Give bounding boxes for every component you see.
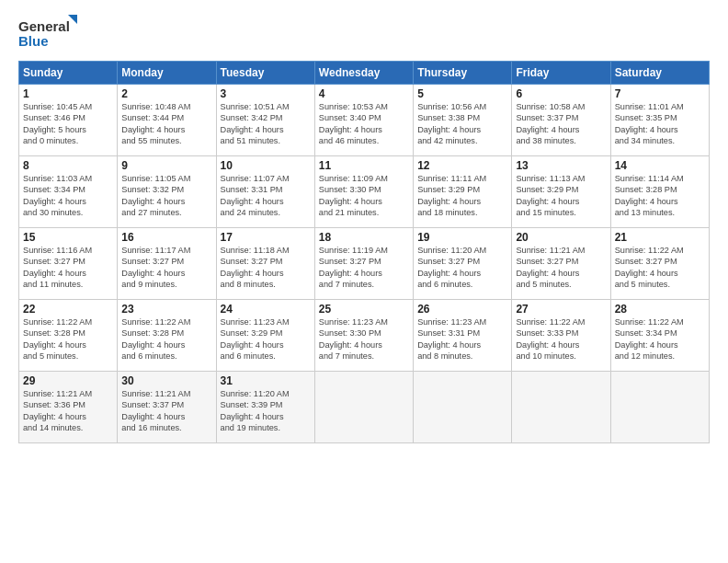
day-number: 25 <box>319 303 409 316</box>
week-row-1: 1Sunrise: 10:45 AMSunset: 3:46 PMDayligh… <box>19 85 710 156</box>
calendar-cell: 5Sunrise: 10:56 AMSunset: 3:38 PMDayligh… <box>414 85 512 156</box>
svg-text:General: General <box>18 18 70 34</box>
day-number: 2 <box>121 87 211 100</box>
calendar-cell <box>610 372 709 443</box>
column-header-thursday: Thursday <box>414 62 512 85</box>
day-info: Sunrise: 11:17 AMSunset: 3:27 PMDaylight… <box>121 245 211 291</box>
week-row-5: 29Sunrise: 11:21 AMSunset: 3:36 PMDaylig… <box>19 372 710 443</box>
calendar-cell: 23Sunrise: 11:22 AMSunset: 3:28 PMDaylig… <box>118 300 216 372</box>
calendar-cell <box>414 372 512 443</box>
day-info: Sunrise: 11:01 AMSunset: 3:35 PMDaylight… <box>615 101 705 147</box>
calendar-cell: 8Sunrise: 11:03 AMSunset: 3:34 PMDayligh… <box>19 156 118 228</box>
day-info: Sunrise: 11:16 AMSunset: 3:27 PMDaylight… <box>23 245 113 291</box>
day-number: 12 <box>417 159 507 172</box>
week-row-3: 15Sunrise: 11:16 AMSunset: 3:27 PMDaylig… <box>19 228 710 300</box>
day-info: Sunrise: 11:22 AMSunset: 3:34 PMDaylight… <box>615 316 705 362</box>
logo: GeneralBlue <box>18 15 83 52</box>
day-info: Sunrise: 11:20 AMSunset: 3:27 PMDaylight… <box>417 245 507 291</box>
day-number: 9 <box>121 159 211 172</box>
day-number: 22 <box>23 303 113 316</box>
day-number: 23 <box>121 303 211 316</box>
calendar-cell: 6Sunrise: 10:58 AMSunset: 3:37 PMDayligh… <box>512 85 610 156</box>
day-number: 15 <box>23 231 113 244</box>
calendar-cell: 4Sunrise: 10:53 AMSunset: 3:40 PMDayligh… <box>314 85 413 156</box>
calendar-cell: 17Sunrise: 11:18 AMSunset: 3:27 PMDaylig… <box>216 228 314 300</box>
header: GeneralBlue <box>18 15 710 52</box>
day-number: 4 <box>319 87 409 100</box>
day-number: 29 <box>23 374 113 387</box>
day-number: 13 <box>516 159 606 172</box>
day-number: 8 <box>23 159 113 172</box>
day-number: 6 <box>516 87 606 100</box>
day-number: 10 <box>221 159 311 172</box>
calendar-cell: 15Sunrise: 11:16 AMSunset: 3:27 PMDaylig… <box>19 228 118 300</box>
day-number: 30 <box>121 374 211 387</box>
day-info: Sunrise: 10:45 AMSunset: 3:46 PMDaylight… <box>23 101 113 147</box>
column-header-friday: Friday <box>512 62 610 85</box>
day-info: Sunrise: 11:23 AMSunset: 3:29 PMDaylight… <box>221 316 311 362</box>
day-info: Sunrise: 11:22 AMSunset: 3:27 PMDaylight… <box>615 245 705 291</box>
calendar-cell: 3Sunrise: 10:51 AMSunset: 3:42 PMDayligh… <box>216 85 314 156</box>
day-number: 26 <box>417 303 507 316</box>
calendar-cell: 18Sunrise: 11:19 AMSunset: 3:27 PMDaylig… <box>314 228 413 300</box>
day-info: Sunrise: 10:53 AMSunset: 3:40 PMDaylight… <box>319 101 409 147</box>
calendar-cell: 27Sunrise: 11:22 AMSunset: 3:33 PMDaylig… <box>512 300 610 372</box>
calendar-cell: 24Sunrise: 11:23 AMSunset: 3:29 PMDaylig… <box>216 300 314 372</box>
calendar-cell: 19Sunrise: 11:20 AMSunset: 3:27 PMDaylig… <box>414 228 512 300</box>
day-info: Sunrise: 11:22 AMSunset: 3:28 PMDaylight… <box>23 316 113 362</box>
column-header-monday: Monday <box>118 62 216 85</box>
day-info: Sunrise: 10:58 AMSunset: 3:37 PMDaylight… <box>516 101 606 147</box>
day-info: Sunrise: 10:56 AMSunset: 3:38 PMDaylight… <box>417 101 507 147</box>
day-number: 3 <box>221 87 311 100</box>
calendar-cell: 28Sunrise: 11:22 AMSunset: 3:34 PMDaylig… <box>610 300 709 372</box>
day-info: Sunrise: 11:14 AMSunset: 3:28 PMDaylight… <box>615 173 705 219</box>
calendar-cell: 11Sunrise: 11:09 AMSunset: 3:30 PMDaylig… <box>314 156 413 228</box>
day-info: Sunrise: 11:03 AMSunset: 3:34 PMDaylight… <box>23 173 113 219</box>
calendar-cell: 13Sunrise: 11:13 AMSunset: 3:29 PMDaylig… <box>512 156 610 228</box>
calendar-cell: 25Sunrise: 11:23 AMSunset: 3:30 PMDaylig… <box>314 300 413 372</box>
day-info: Sunrise: 11:21 AMSunset: 3:27 PMDaylight… <box>516 245 606 291</box>
day-number: 27 <box>516 303 606 316</box>
day-number: 14 <box>615 159 705 172</box>
day-number: 21 <box>615 231 705 244</box>
day-info: Sunrise: 11:23 AMSunset: 3:30 PMDaylight… <box>319 316 409 362</box>
svg-text:Blue: Blue <box>18 33 49 49</box>
column-header-tuesday: Tuesday <box>216 62 314 85</box>
day-number: 20 <box>516 231 606 244</box>
calendar-cell <box>314 372 413 443</box>
calendar-cell: 2Sunrise: 10:48 AMSunset: 3:44 PMDayligh… <box>118 85 216 156</box>
calendar-cell: 21Sunrise: 11:22 AMSunset: 3:27 PMDaylig… <box>610 228 709 300</box>
day-number: 5 <box>417 87 507 100</box>
day-number: 1 <box>23 87 113 100</box>
calendar-cell: 10Sunrise: 11:07 AMSunset: 3:31 PMDaylig… <box>216 156 314 228</box>
day-number: 18 <box>319 231 409 244</box>
day-info: Sunrise: 11:09 AMSunset: 3:30 PMDaylight… <box>319 173 409 219</box>
day-number: 24 <box>221 303 311 316</box>
calendar-cell: 22Sunrise: 11:22 AMSunset: 3:28 PMDaylig… <box>19 300 118 372</box>
calendar-cell: 29Sunrise: 11:21 AMSunset: 3:36 PMDaylig… <box>19 372 118 443</box>
day-info: Sunrise: 11:07 AMSunset: 3:31 PMDaylight… <box>221 173 311 219</box>
day-number: 7 <box>615 87 705 100</box>
week-row-2: 8Sunrise: 11:03 AMSunset: 3:34 PMDayligh… <box>19 156 710 228</box>
calendar-cell: 31Sunrise: 11:20 AMSunset: 3:39 PMDaylig… <box>216 372 314 443</box>
calendar-header-row: SundayMondayTuesdayWednesdayThursdayFrid… <box>19 62 710 85</box>
calendar-cell: 1Sunrise: 10:45 AMSunset: 3:46 PMDayligh… <box>19 85 118 156</box>
day-info: Sunrise: 10:51 AMSunset: 3:42 PMDaylight… <box>221 101 311 147</box>
day-info: Sunrise: 11:21 AMSunset: 3:36 PMDaylight… <box>23 388 113 434</box>
day-info: Sunrise: 11:22 AMSunset: 3:28 PMDaylight… <box>121 316 211 362</box>
day-number: 16 <box>121 231 211 244</box>
day-number: 17 <box>221 231 311 244</box>
calendar-table: SundayMondayTuesdayWednesdayThursdayFrid… <box>18 61 710 443</box>
logo-svg: GeneralBlue <box>18 15 83 52</box>
column-header-wednesday: Wednesday <box>314 62 413 85</box>
column-header-sunday: Sunday <box>19 62 118 85</box>
day-info: Sunrise: 11:05 AMSunset: 3:32 PMDaylight… <box>121 173 211 219</box>
day-info: Sunrise: 11:13 AMSunset: 3:29 PMDaylight… <box>516 173 606 219</box>
day-number: 11 <box>319 159 409 172</box>
calendar-cell <box>512 372 610 443</box>
day-info: Sunrise: 11:20 AMSunset: 3:39 PMDaylight… <box>221 388 311 434</box>
calendar-page: GeneralBlue SundayMondayTuesdayWednesday… <box>0 0 728 563</box>
calendar-cell: 16Sunrise: 11:17 AMSunset: 3:27 PMDaylig… <box>118 228 216 300</box>
calendar-body: 1Sunrise: 10:45 AMSunset: 3:46 PMDayligh… <box>19 85 710 443</box>
calendar-cell: 26Sunrise: 11:23 AMSunset: 3:31 PMDaylig… <box>414 300 512 372</box>
